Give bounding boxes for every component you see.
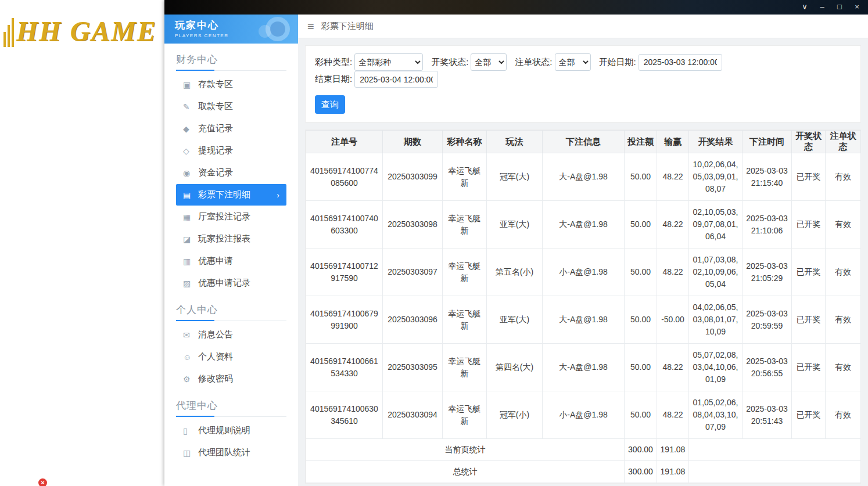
- cell-bet-id: 401569174100740603300: [306, 201, 383, 249]
- cell-bet-id: 401569174100661534330: [306, 344, 383, 391]
- cell-bet-amount: 50.00: [625, 153, 657, 201]
- col-header-bet-id: 注单号: [306, 131, 383, 153]
- cell-lottery-name: 幸运飞艇新: [443, 153, 487, 201]
- order-status-label: 注单状态:: [515, 57, 552, 68]
- maximize-button[interactable]: □: [831, 0, 848, 15]
- cell-bet-amount: 50.00: [625, 296, 657, 344]
- hamburger-menu-icon[interactable]: ≡: [307, 20, 314, 32]
- bet-details-table: 注单号 期数 彩种名称 玩法 下注信息 投注额 输赢 开奖结果 下注时间 开奖状…: [306, 130, 861, 483]
- section-title-agent: 代理中心: [176, 399, 286, 417]
- cell-bet-info: 大-A盘@1.98: [543, 201, 625, 249]
- bet-details-table-panel: 注单号 期数 彩种名称 玩法 下注信息 投注额 输赢 开奖结果 下注时间 开奖状…: [305, 129, 861, 484]
- draw-status-select[interactable]: 全部: [471, 53, 507, 71]
- sidebar-item-promo-apply-records[interactable]: ▨ 优惠申请记录: [176, 272, 286, 294]
- section-title-finance: 财务中心: [176, 53, 286, 71]
- close-badge-icon[interactable]: ×: [38, 478, 47, 486]
- sidebar-item-label: 厅室投注记录: [198, 211, 250, 222]
- col-header-win-loss: 输赢: [657, 131, 689, 153]
- cell-win-loss: 48.22: [657, 201, 689, 249]
- table-row[interactable]: 401569174100740603300 20250303098 幸运飞艇新 …: [306, 201, 861, 249]
- col-header-play-type: 玩法: [487, 131, 543, 153]
- table-header-row: 注单号 期数 彩种名称 玩法 下注信息 投注额 输赢 开奖结果 下注时间 开奖状…: [306, 131, 861, 153]
- sidebar-item-label: 优惠申请: [198, 255, 233, 267]
- cell-bet-amount: 50.00: [625, 344, 657, 391]
- col-header-order-status: 注单状态: [826, 131, 861, 153]
- sidebar-item-lottery-bet-details[interactable]: ▤ 彩票下注明细 ›: [176, 184, 286, 206]
- window-menu-button[interactable]: ∨: [796, 0, 813, 15]
- sidebar-item-recharge-records[interactable]: ◆ 充值记录: [176, 118, 286, 139]
- col-header-lottery-name: 彩种名称: [443, 131, 487, 153]
- cell-draw-result: 02,10,05,03,09,07,08,01,06,04: [689, 201, 743, 249]
- cell-bet-amount: 50.00: [625, 391, 657, 439]
- sidebar: 玩家中心 PLAYERS CENTER 财务中心 ▣ 存款专区 ✎ 取款专区 ◆…: [164, 15, 298, 486]
- table-row[interactable]: 401569174100774085600 20250303099 幸运飞艇新 …: [306, 153, 861, 201]
- query-button[interactable]: 查询: [315, 95, 345, 114]
- cell-bet-time: 2025-03-03 21:05:29: [743, 249, 792, 296]
- summary-empty: [689, 439, 861, 461]
- summary-row-current-page: 当前页统计 300.00 191.08: [306, 439, 861, 461]
- sidebar-item-label: 玩家投注报表: [198, 233, 250, 244]
- cell-bet-amount: 50.00: [625, 201, 657, 249]
- cell-lottery-name: 幸运飞艇新: [443, 344, 487, 391]
- finance-menu: ▣ 存款专区 ✎ 取款专区 ◆ 充值记录 ◇ 提现记录 ◉ 资金记录: [164, 71, 298, 294]
- start-date-input[interactable]: [639, 54, 722, 71]
- filter-panel: 彩种类型: 全部彩种 开奖状态: 全部 注单状态:: [305, 45, 861, 123]
- agent-menu: ▯ 代理规则说明 ◫ 代理团队统计: [164, 417, 298, 463]
- lottery-type-select[interactable]: 全部彩种: [354, 53, 423, 71]
- window-titlebar: ∨ – □ ×: [164, 0, 868, 15]
- cell-play-type: 亚军(大): [487, 296, 543, 344]
- close-button[interactable]: ×: [848, 0, 866, 15]
- gear-icon: ⚙: [183, 375, 198, 384]
- cell-bet-id: 401569174100774085600: [306, 153, 383, 201]
- logo-text: HH GAME: [16, 15, 157, 47]
- cell-play-type: 第四名(大): [487, 344, 543, 391]
- cashout-icon: ◇: [183, 146, 198, 156]
- cell-draw-status: 已开奖: [792, 153, 826, 201]
- lottery-type-label: 彩种类型:: [315, 57, 352, 68]
- cell-bet-time: 2025-03-03 20:59:59: [743, 296, 792, 344]
- report-icon: ◪: [183, 235, 198, 244]
- sidebar-item-announcements[interactable]: ✉ 消息公告: [176, 324, 286, 345]
- sidebar-item-withdrawal-records[interactable]: ◇ 提现记录: [176, 140, 286, 161]
- sidebar-item-label: 代理团队统计: [198, 447, 250, 458]
- sidebar-item-agent-team-stats[interactable]: ◫ 代理团队统计: [176, 442, 286, 463]
- col-header-draw-status: 开奖状态: [792, 131, 826, 153]
- sidebar-item-label: 消息公告: [198, 329, 233, 340]
- section-title-personal: 个人中心: [176, 303, 286, 321]
- col-header-issue: 期数: [383, 131, 443, 153]
- cell-order-status: 有效: [826, 153, 861, 201]
- sidebar-item-profile[interactable]: ☺ 个人资料: [176, 346, 286, 368]
- desktop-background: HH GAME ×: [0, 0, 164, 486]
- cell-draw-result: 01,05,02,06,08,04,03,10,07,09: [689, 391, 743, 439]
- cell-play-type: 冠军(大): [487, 153, 543, 201]
- sidebar-item-agent-rules[interactable]: ▯ 代理规则说明: [176, 420, 286, 441]
- sidebar-item-fund-records[interactable]: ◉ 资金记录: [176, 162, 286, 183]
- sidebar-item-withdraw-zone[interactable]: ✎ 取款专区: [176, 96, 286, 117]
- end-date-input[interactable]: [354, 71, 438, 88]
- cell-bet-info: 小-A盘@1.98: [543, 391, 625, 439]
- main-topbar: ≡ 彩票下注明细: [298, 15, 868, 38]
- cell-draw-status: 已开奖: [792, 201, 826, 249]
- summary-label: 当前页统计: [306, 439, 625, 461]
- table-row[interactable]: 401569174100712917590 20250303097 幸运飞艇新 …: [306, 249, 861, 296]
- table-row[interactable]: 401569174100630345610 20250303094 幸运飞艇新 …: [306, 391, 861, 439]
- table-row[interactable]: 401569174100679991900 20250303096 幸运飞艇新 …: [306, 296, 861, 344]
- cell-issue: 20250303096: [383, 296, 443, 344]
- user-icon: ☺: [183, 352, 198, 362]
- sidebar-item-label: 充值记录: [198, 123, 233, 134]
- sidebar-item-promo-apply[interactable]: ▥ 优惠申请: [176, 250, 286, 272]
- summary-winloss-total: 191.08: [657, 439, 689, 461]
- promo-icon: ▥: [183, 257, 198, 266]
- cell-issue: 20250303098: [383, 201, 443, 249]
- table-row[interactable]: 401569174100661534330 20250303095 幸运飞艇新 …: [306, 344, 861, 391]
- sidebar-item-hall-bet-records[interactable]: ▦ 厅室投注记录: [176, 206, 286, 228]
- order-status-select[interactable]: 全部: [555, 53, 591, 71]
- cell-order-status: 有效: [826, 391, 861, 439]
- sidebar-item-deposit-zone[interactable]: ▣ 存款专区: [176, 74, 286, 95]
- sidebar-item-label: 彩票下注明细: [198, 189, 250, 200]
- sidebar-item-player-bet-report[interactable]: ◪ 玩家投注报表: [176, 228, 286, 250]
- cell-draw-result: 01,07,03,08,02,10,09,06,05,04: [689, 249, 743, 296]
- sidebar-item-change-password[interactable]: ⚙ 修改密码: [176, 368, 286, 390]
- minimize-button[interactable]: –: [813, 0, 831, 15]
- cell-order-status: 有效: [826, 249, 861, 296]
